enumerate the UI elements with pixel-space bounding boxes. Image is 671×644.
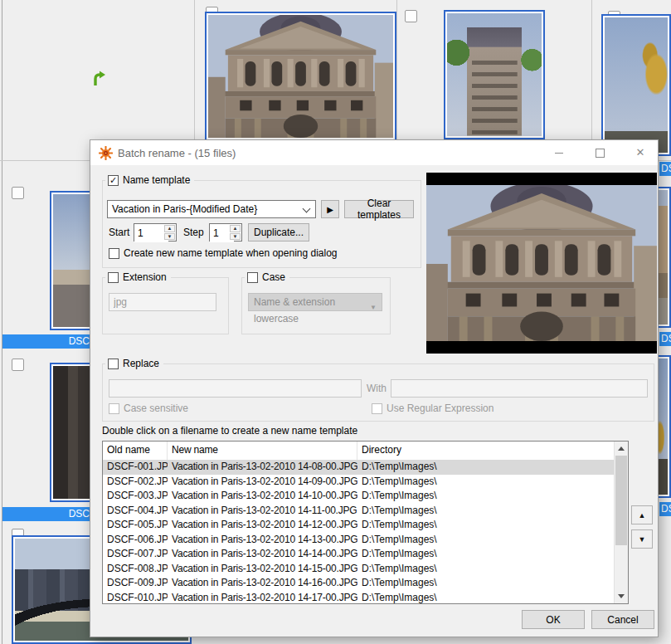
case-sensitive-option[interactable]: Case sensitive	[109, 402, 188, 414]
template-combobox[interactable]: Vacation in Paris-{Modified Date}	[107, 200, 316, 218]
cell-directory: D:\Temp\Images\	[357, 576, 615, 590]
grid-line	[396, 0, 397, 160]
spin-up-icon[interactable]: ▲	[164, 225, 175, 232]
table-row[interactable]: DSCF-007.JPGVacation in Paris-13-02-2010…	[103, 547, 615, 562]
name-template-header: ✓ Name template	[105, 173, 194, 187]
table-row[interactable]: DSCF-010.JPGVacation in Paris-13-02-2010…	[103, 591, 615, 604]
thumbnail-checkbox[interactable]	[12, 359, 24, 371]
dialog-title: Batch rename - (15 files)	[118, 147, 236, 159]
spin-down-icon[interactable]: ▼	[230, 233, 241, 241]
selected-filename-label[interactable]: DSC	[2, 334, 91, 349]
maximize-button[interactable]	[586, 140, 614, 165]
list-body: DSCF-001.JPGVacation in Paris-13-02-2010…	[103, 460, 615, 603]
cancel-button[interactable]: Cancel	[591, 610, 654, 629]
extension-checkbox[interactable]	[108, 272, 119, 283]
list-header[interactable]: Old name New name Directory	[103, 442, 615, 461]
table-row[interactable]: DSCF-006.JPGVacation in Paris-13-02-2010…	[103, 533, 615, 548]
photo-thumbnail-building[interactable]	[444, 10, 545, 139]
table-row[interactable]: DSCF-005.JPGVacation in Paris-13-02-2010…	[103, 518, 615, 533]
column-new-name[interactable]: New name	[168, 442, 357, 460]
close-button[interactable]: ✕	[626, 140, 654, 165]
cell-new-name: Vacation in Paris-13-02-2010 14-12-00.JP…	[168, 518, 357, 532]
spinner-arrows[interactable]: ▲ ▼	[230, 225, 241, 240]
spin-down-icon[interactable]: ▼	[164, 233, 175, 241]
regex-label: Use Regular Expression	[387, 402, 494, 414]
scroll-up-button[interactable]	[615, 442, 628, 456]
replace-header: Replace	[105, 357, 163, 370]
cell-new-name: Vacation in Paris-13-02-2010 14-09-00.JP…	[168, 475, 357, 489]
cell-old-name: DSCF-007.JPG	[103, 547, 168, 561]
cell-old-name: DSCF-010.JPG	[103, 591, 168, 603]
case-sensitive-checkbox[interactable]	[109, 403, 119, 414]
extension-header: Extension	[105, 271, 171, 284]
minimize-button[interactable]	[545, 140, 573, 165]
rename-file-list[interactable]: Old name New name Directory DSCF-001.JPG…	[102, 441, 629, 604]
cell-new-name: Vacation in Paris-13-02-2010 14-17-00.JP…	[168, 591, 357, 603]
move-row-down-button[interactable]: ▼	[631, 529, 653, 549]
photo-thumbnail-statue[interactable]	[601, 14, 671, 156]
table-row[interactable]: DSCF-008.JPGVacation in Paris-13-02-2010…	[103, 562, 615, 577]
clear-templates-button[interactable]: Clear templates	[344, 200, 414, 218]
table-row[interactable]: DSCF-001.JPGVacation in Paris-13-02-2010…	[103, 460, 615, 475]
start-label: Start	[109, 227, 129, 238]
replace-search-input[interactable]	[109, 379, 362, 398]
table-row[interactable]: DSCF-003.JPGVacation in Paris-13-02-2010…	[103, 489, 615, 504]
move-row-up-button[interactable]: ▲	[631, 505, 653, 524]
table-row[interactable]: DSCF-004.JPGVacation in Paris-13-02-2010…	[103, 504, 615, 519]
selected-filename-label[interactable]: DS	[659, 162, 671, 176]
cell-old-name: DSCF-001.JPG	[103, 460, 168, 474]
table-row[interactable]: DSCF-002.JPGVacation in Paris-13-02-2010…	[103, 475, 615, 490]
apply-template-button[interactable]: ▶	[321, 200, 339, 218]
regex-option[interactable]: Use Regular Expression	[372, 402, 494, 414]
spin-up-icon[interactable]: ▲	[230, 225, 241, 232]
app-icon	[99, 146, 113, 160]
cell-new-name: Vacation in Paris-13-02-2010 14-08-00.JP…	[168, 460, 357, 474]
spinner-arrows[interactable]: ▲ ▼	[164, 225, 175, 240]
dialog-titlebar[interactable]: Batch rename - (15 files) ✕	[90, 140, 658, 165]
thumbnail-checkbox[interactable]	[405, 10, 417, 22]
name-template-label: Name template	[123, 174, 190, 186]
grid-line	[194, 0, 195, 160]
regex-checkbox[interactable]	[372, 403, 382, 414]
cell-old-name: DSCF-009.JPG	[103, 576, 168, 590]
selected-filename-label[interactable]: DSC	[2, 507, 91, 521]
thumbnail-checkbox[interactable]	[12, 187, 24, 199]
folder-up-arrow-icon[interactable]	[92, 71, 108, 86]
case-dropdown[interactable]: Name & extension lowercase ▼	[248, 293, 382, 311]
case-checkbox[interactable]	[247, 272, 258, 283]
step-spinner[interactable]: ▲ ▼	[209, 223, 242, 242]
replace-checkbox[interactable]	[108, 359, 119, 369]
column-directory[interactable]: Directory	[357, 442, 615, 460]
table-row[interactable]: DSCF-009.JPGVacation in Paris-13-02-2010…	[103, 576, 615, 591]
cell-directory: D:\Temp\Images\	[357, 489, 615, 503]
window-left-edge	[2, 0, 2, 644]
scroll-down-button[interactable]	[615, 589, 628, 603]
selected-filename-label[interactable]: DS	[659, 502, 671, 516]
cell-directory: D:\Temp\Images\	[357, 562, 615, 576]
selected-filename-label[interactable]: DS	[659, 332, 671, 346]
column-old-name[interactable]: Old name	[103, 442, 168, 460]
dropdown-arrow-icon: ▼	[370, 300, 377, 316]
cell-old-name: DSCF-002.JPG	[103, 475, 168, 489]
name-template-checkbox[interactable]: ✓	[108, 175, 119, 186]
photo-thumbnail-louvre[interactable]	[205, 12, 396, 141]
start-spinner[interactable]: ▲ ▼	[134, 223, 177, 242]
case-header: Case	[245, 271, 289, 284]
scrollbar-thumb[interactable]	[615, 456, 627, 545]
play-icon: ▶	[327, 205, 333, 214]
create-template-option[interactable]: Create new name template when opening di…	[109, 247, 338, 259]
cell-directory: D:\Temp\Images\	[357, 547, 615, 561]
replace-with-input[interactable]	[391, 379, 648, 398]
cell-new-name: Vacation in Paris-13-02-2010 14-16-00.JP…	[168, 576, 357, 590]
cell-new-name: Vacation in Paris-13-02-2010 14-11-00.JP…	[168, 504, 357, 518]
list-scrollbar[interactable]	[614, 442, 628, 603]
arrow-down-icon: ▼	[639, 535, 646, 544]
start-input[interactable]	[134, 224, 168, 242]
batch-rename-dialog: Batch rename - (15 files) ✕ ✓ Name templ…	[90, 139, 659, 637]
create-template-checkbox[interactable]	[109, 248, 119, 259]
cell-old-name: DSCF-006.JPG	[103, 533, 168, 547]
extension-input[interactable]	[109, 293, 216, 311]
cell-directory: D:\Temp\Images\	[357, 591, 615, 603]
duplicate-button[interactable]: Duplicate...	[248, 223, 309, 242]
ok-button[interactable]: OK	[522, 610, 585, 629]
